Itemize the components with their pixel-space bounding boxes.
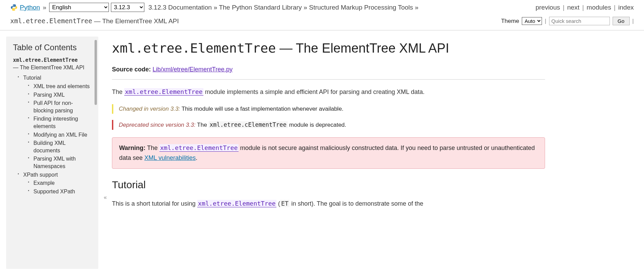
top-bar: Python » English 3.12.3 3.12.3 Documenta… (0, 0, 644, 15)
python-logo-icon (10, 4, 18, 11)
toc-item-example[interactable]: Example (28, 179, 91, 187)
top-left: Python » English 3.12.3 3.12.3 Documenta… (10, 3, 418, 12)
toc-item-building[interactable]: Building XML documents (28, 139, 91, 154)
toc-item-xmltree[interactable]: XML tree and elements (28, 83, 91, 90)
breadcrumb: 3.12.3 Documentation » The Python Standa… (148, 4, 418, 11)
search-go-button[interactable]: Go (613, 17, 630, 25)
changed-notice: Changed in version 3.3: This module will… (112, 104, 545, 114)
source-code-line: Source code: Lib/xml/etree/ElementTree.p… (112, 66, 545, 73)
intro-paragraph: The xml.etree.ElementTree module impleme… (112, 87, 545, 97)
svg-point-1 (15, 10, 15, 10)
page-subtitle: xml.etree.ElementTree — The ElementTree … (10, 17, 179, 25)
python-home-link[interactable]: Python (20, 4, 40, 11)
search-input[interactable] (549, 17, 610, 25)
language-select[interactable]: English (49, 3, 109, 12)
theme-label: Theme (501, 18, 519, 25)
crumb-stdlib[interactable]: The Python Standard Library (219, 4, 302, 11)
deprecated-notice: Deprecated since version 3.3: The xml.et… (112, 120, 545, 130)
page-title: xml.etree.ElementTree — The ElementTree … (112, 41, 545, 56)
nav-previous[interactable]: previous (535, 4, 560, 11)
module-link-warning[interactable]: xml.etree.ElementTree (159, 144, 239, 152)
crumb-markup[interactable]: Structured Markup Processing Tools (309, 4, 413, 11)
svg-point-0 (13, 5, 13, 5)
toc-title: Table of Contents (13, 43, 91, 52)
toc-item-xpath[interactable]: XPath support Example Supported XPath (18, 171, 91, 195)
warning-box: Warning: The xml.etree.ElementTree modul… (112, 137, 545, 169)
nav-modules[interactable]: modules (587, 4, 611, 11)
crumb-doc[interactable]: 3.12.3 Documentation (148, 4, 212, 11)
module-link-tut[interactable]: xml.etree.ElementTree (197, 200, 276, 207)
xml-vulnerabilities-link[interactable]: XML vulnerabilities (144, 154, 196, 161)
divider-line (112, 79, 545, 80)
toc-item-parsing[interactable]: Parsing XML (28, 91, 91, 99)
toc-item-pullapi[interactable]: Pull API for non-blocking parsing (28, 99, 91, 114)
nav-next[interactable]: next (567, 4, 579, 11)
toc-root-link[interactable]: xml.etree.ElementTree — The ElementTree … (13, 57, 91, 71)
toc-item-tutorial[interactable]: Tutorial XML tree and elements Parsing X… (18, 74, 91, 170)
sub-right: Theme Auto | Go | (501, 17, 634, 25)
toc-item-finding[interactable]: Finding interesting elements (28, 115, 91, 130)
version-select[interactable]: 3.12.3 (111, 3, 144, 12)
toc-item-modifying[interactable]: Modifying an XML File (28, 131, 91, 139)
tutorial-paragraph: This is a short tutorial for using xml.e… (112, 199, 545, 208)
toc-item-namespaces[interactable]: Parsing XML with Namespaces (28, 155, 91, 170)
sidebar-collapse-icon[interactable]: « (104, 194, 107, 201)
separator: » (43, 4, 46, 11)
top-right-nav: previous | next | modules | index (535, 4, 634, 11)
content: xml.etree.ElementTree — The ElementTree … (98, 37, 634, 269)
sub-bar: xml.etree.ElementTree — The ElementTree … (0, 15, 644, 30)
main-wrap: Table of Contents xml.etree.ElementTree … (0, 30, 644, 269)
module-link[interactable]: xml.etree.ElementTree (124, 88, 203, 96)
nav-index[interactable]: index (618, 4, 634, 11)
source-code-link[interactable]: Lib/xml/etree/ElementTree.py (153, 66, 232, 73)
toc-item-supported[interactable]: Supported XPath (28, 188, 91, 195)
theme-select[interactable]: Auto (522, 17, 542, 25)
sidebar-toc: Table of Contents xml.etree.ElementTree … (6, 37, 98, 269)
tutorial-heading: Tutorial (112, 179, 545, 191)
